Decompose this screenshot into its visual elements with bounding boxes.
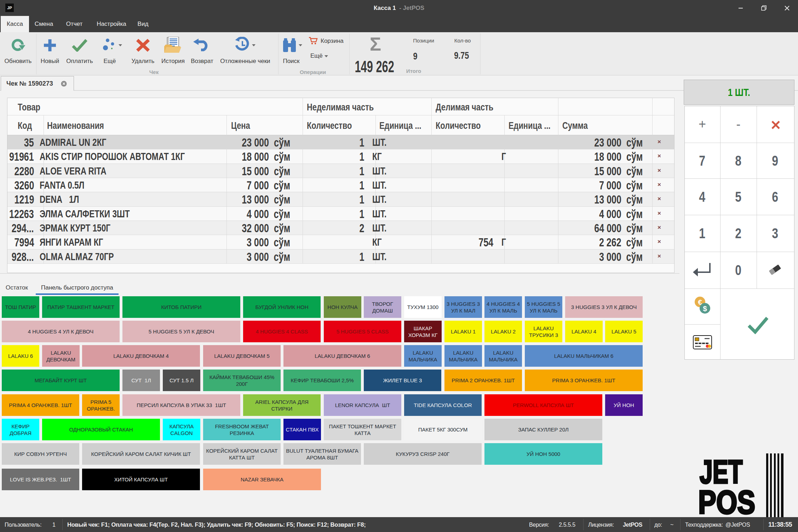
svg-text:$: $ bbox=[703, 304, 707, 313]
svg-text:POS: POS bbox=[698, 484, 755, 520]
